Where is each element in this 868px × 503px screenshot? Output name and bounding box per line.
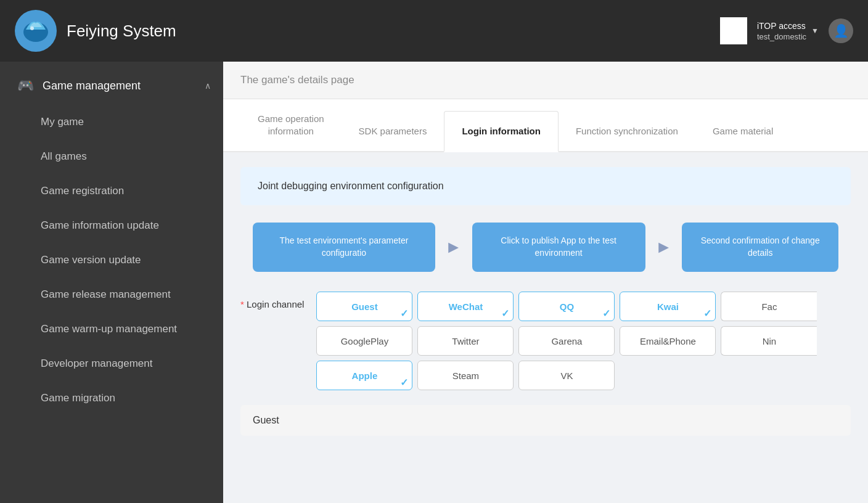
sidebar-item-game-version-update[interactable]: Game version update: [0, 243, 223, 277]
joint-debugging-section: Joint debugging environment configuratio…: [240, 167, 851, 205]
channel-grid: Guest WeChat QQ Kwai Fac GooglePlay Twit…: [316, 292, 851, 390]
guest-section: Guest: [240, 405, 851, 436]
channel-wechat[interactable]: WeChat: [417, 292, 514, 321]
sidebar-item-my-game[interactable]: My game: [0, 105, 223, 139]
channel-vk[interactable]: VK: [518, 361, 615, 390]
channel-qq[interactable]: QQ: [518, 292, 615, 321]
tab-game-material[interactable]: Game material: [695, 112, 790, 153]
sidebar-item-game-warmup-management[interactable]: Game warm-up management: [0, 312, 223, 346]
channel-googleplay[interactable]: GooglePlay: [316, 326, 412, 356]
tabs-container: Game operation information SDK parameter…: [223, 99, 868, 152]
user-dropdown-icon[interactable]: ▼: [811, 27, 819, 35]
logo-icon: [15, 10, 57, 52]
guest-section-label: Guest: [253, 415, 279, 425]
channel-guest[interactable]: Guest: [316, 292, 412, 321]
user-info[interactable]: iTOP access test_domestic ▼: [757, 20, 819, 42]
breadcrumb: The game's details page: [223, 62, 868, 99]
joint-debugging-title: Joint debugging environment configuratio…: [258, 181, 444, 191]
tab-sdk-parameters[interactable]: SDK parameters: [342, 112, 444, 153]
avatar[interactable]: 👤: [829, 18, 853, 43]
logo-container: Feiying System: [15, 10, 176, 52]
gamepad-icon: 🎮: [17, 78, 34, 94]
avatar-icon: 👤: [833, 23, 849, 38]
app-title: Feiying System: [67, 22, 176, 41]
steps-flow: The test environment's parameter configu…: [240, 223, 851, 272]
breadcrumb-text: The game's details page: [240, 74, 354, 86]
required-star: *: [240, 299, 244, 309]
step-2-box[interactable]: Click to publish App to the test environ…: [472, 223, 645, 272]
channel-garena[interactable]: Garena: [518, 326, 615, 356]
tab-function-synchronization[interactable]: Function synchronization: [559, 112, 695, 153]
sidebar-item-game-registration[interactable]: Game registration: [0, 174, 223, 208]
login-channel-section: * Login channel Guest WeChat QQ Kwai Fac…: [240, 292, 851, 390]
app-header: Feiying System iTOP access test_domestic…: [0, 0, 868, 62]
sidebar-header-left: 🎮 Game management: [17, 78, 141, 94]
sidebar-game-management[interactable]: 🎮 Game management ∧: [0, 67, 223, 105]
sidebar-item-game-migration[interactable]: Game migration: [0, 381, 223, 415]
svg-point-1: [30, 27, 34, 30]
tab-login-information[interactable]: Login information: [444, 111, 558, 153]
header-right: iTOP access test_domestic ▼ 👤: [720, 17, 853, 44]
sidebar-item-all-games[interactable]: All games: [0, 139, 223, 174]
user-name-label: test_domestic: [757, 32, 806, 41]
access-label: iTOP access: [757, 20, 806, 33]
content-area: The game's details page Game operation i…: [223, 62, 868, 503]
sidebar-item-developer-management[interactable]: Developer management: [0, 346, 223, 381]
step-arrow-2: ►: [655, 237, 673, 257]
tab-game-operation-info[interactable]: Game operation information: [240, 99, 342, 152]
channel-nin[interactable]: Nin: [721, 326, 817, 356]
sidebar-section-label: Game management: [43, 80, 141, 92]
sidebar-item-game-release-management[interactable]: Game release management: [0, 277, 223, 312]
channel-apple[interactable]: Apple: [316, 361, 412, 390]
channel-twitter[interactable]: Twitter: [417, 326, 514, 356]
main-layout: 🎮 Game management ∧ My game All games Ga…: [0, 62, 868, 503]
step-3-box[interactable]: Second confirmation of change details: [682, 223, 838, 272]
login-channel-text: Login channel: [247, 299, 304, 309]
sidebar: 🎮 Game management ∧ My game All games Ga…: [0, 62, 223, 503]
step-1-box[interactable]: The test environment's parameter configu…: [253, 223, 435, 272]
white-box: [720, 17, 747, 44]
channel-kwai[interactable]: Kwai: [620, 292, 716, 321]
login-channel-label: * Login channel: [240, 292, 304, 309]
chevron-up-icon: ∧: [205, 81, 211, 91]
channel-steam[interactable]: Steam: [417, 361, 514, 390]
channel-fac[interactable]: Fac: [721, 292, 817, 321]
step-arrow-1: ►: [445, 237, 462, 257]
sidebar-item-game-information-update[interactable]: Game information update: [0, 208, 223, 243]
content-body: Joint debugging environment configuratio…: [223, 152, 868, 451]
channel-email-phone[interactable]: Email&Phone: [620, 326, 716, 356]
